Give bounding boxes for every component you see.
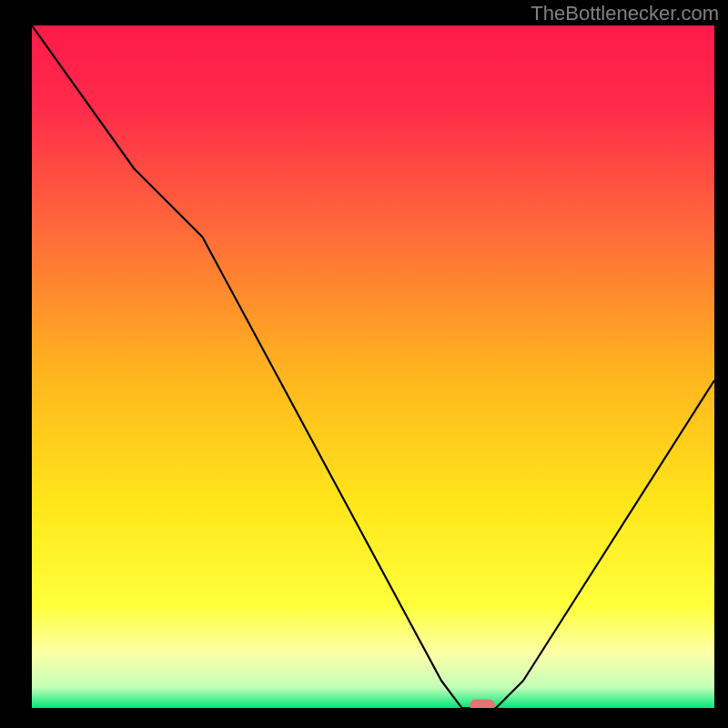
svg-rect-0 xyxy=(32,25,714,708)
chart-container: TheBottlenecker.com xyxy=(0,0,728,728)
svg-rect-1 xyxy=(470,700,495,709)
chart-svg xyxy=(32,25,714,708)
plot-area xyxy=(32,25,714,708)
watermark-text: TheBottlenecker.com xyxy=(531,2,719,25)
